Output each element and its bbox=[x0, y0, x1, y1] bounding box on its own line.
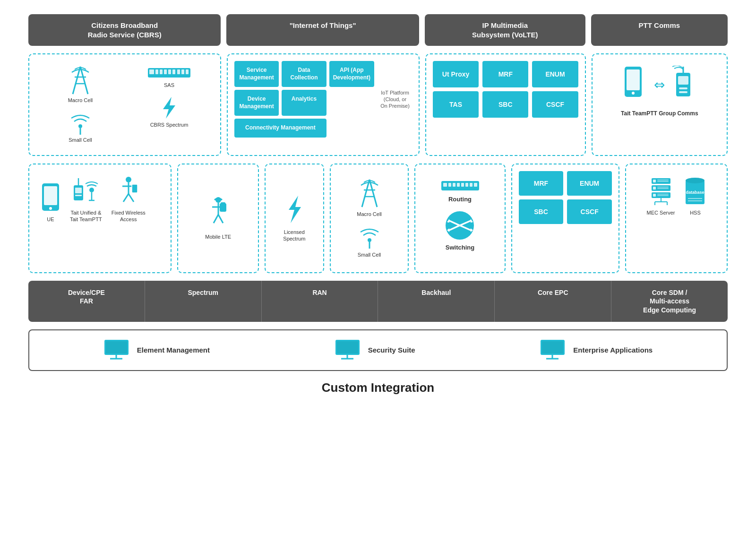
ims-cscf: CSCF bbox=[532, 91, 578, 118]
header-iot: "Internet of Things" bbox=[226, 14, 419, 46]
bar-spectrum: Spectrum bbox=[145, 281, 262, 322]
ptt-icons-row: ⇔ bbox=[622, 66, 696, 104]
header-ptt: PTT Comms bbox=[591, 14, 728, 46]
header-ims: IP MultimediaSubsystem (VoLTE) bbox=[425, 14, 585, 46]
bar-backhaul: Backhaul bbox=[378, 281, 495, 322]
svg-rect-72 bbox=[653, 180, 656, 182]
iot-connectivity: Connectivity Management bbox=[234, 119, 326, 138]
svg-rect-77 bbox=[657, 187, 669, 188]
enterprise-apps-item: Enterprise Applications bbox=[540, 339, 653, 362]
ims-sbc: SBC bbox=[482, 91, 528, 118]
switching-label: Switching bbox=[446, 244, 474, 251]
enterprise-apps-label: Enterprise Applications bbox=[573, 345, 653, 355]
licensed-spectrum-label: Licensed Spectrum bbox=[277, 229, 312, 242]
mec-server-item: MEC Server bbox=[647, 176, 675, 216]
iot-platform-label: IoT Platform(Cloud, orOn Premise) bbox=[374, 61, 412, 138]
ims-tas: TAS bbox=[433, 91, 479, 118]
svg-point-32 bbox=[89, 188, 94, 192]
ran-section: Macro Cell Small Cell bbox=[330, 164, 409, 274]
svg-rect-22 bbox=[679, 87, 687, 89]
security-suite-label: Security Suite bbox=[368, 345, 415, 355]
cbrs-spectrum-icon bbox=[157, 96, 181, 120]
svg-rect-57 bbox=[448, 183, 451, 187]
core-mrf: MRF bbox=[519, 171, 564, 196]
main-row-2: UE Tait Unified &Tait TeamPTT bbox=[28, 164, 728, 274]
fixed-wireless-label: Fixed WirelessAccess bbox=[112, 209, 146, 223]
macro-cell-label: Macro Cell bbox=[68, 97, 93, 104]
mec-server-icon bbox=[650, 176, 672, 207]
sas-item: SAS bbox=[148, 66, 190, 88]
core-grid: MRF ENUM SBC CSCF bbox=[519, 171, 612, 224]
hss-item: database HSS bbox=[684, 176, 706, 216]
ran-small-icon bbox=[359, 225, 380, 249]
svg-rect-58 bbox=[453, 183, 455, 187]
svg-point-87 bbox=[686, 178, 704, 183]
svg-marker-48 bbox=[289, 196, 301, 223]
core-enum: ENUM bbox=[567, 171, 612, 196]
svg-rect-29 bbox=[75, 188, 82, 193]
iot-api-dev: API (AppDevelopment) bbox=[329, 61, 374, 87]
ran-small-label: Small Cell bbox=[358, 251, 381, 258]
ptt-radio-icon bbox=[670, 66, 696, 104]
iot-grid: ServiceManagement DataCollection API (Ap… bbox=[234, 61, 374, 138]
svg-rect-56 bbox=[443, 183, 447, 187]
ue-item: UE bbox=[41, 182, 60, 223]
sas-icon bbox=[148, 66, 190, 80]
bar-core-epc: Core EPC bbox=[495, 281, 611, 322]
iot-empty bbox=[329, 90, 374, 116]
bar-device-cpe: Device/CPEFAR bbox=[28, 281, 145, 322]
header-cbrs: Citizens BroadbandRadio Service (CBRS) bbox=[28, 14, 221, 46]
ue-icon bbox=[41, 182, 60, 213]
svg-rect-13 bbox=[177, 69, 180, 74]
svg-rect-7 bbox=[149, 69, 154, 74]
ptt-arrow-icon: ⇔ bbox=[654, 77, 665, 93]
svg-point-53 bbox=[368, 238, 371, 242]
svg-rect-62 bbox=[470, 183, 472, 187]
sdm-section: MEC Server database HSS bbox=[625, 164, 728, 274]
security-suite-item: Security Suite bbox=[335, 339, 415, 362]
svg-rect-26 bbox=[44, 186, 57, 205]
ims-section: Ut Proxy MRF ENUM TAS SBC CSCF bbox=[425, 53, 586, 156]
mobile-lte-label: Mobile LTE bbox=[205, 233, 231, 240]
svg-rect-21 bbox=[678, 76, 688, 85]
svg-point-27 bbox=[49, 207, 52, 210]
sas-label: SAS bbox=[164, 82, 174, 88]
cbrs-inner: Macro Cell Small Cell bbox=[36, 61, 214, 148]
svg-rect-79 bbox=[657, 194, 669, 195]
switching-item: Switching bbox=[445, 210, 475, 251]
iot-content: ServiceManagement DataCollection API (Ap… bbox=[234, 61, 412, 138]
hss-icon: database bbox=[684, 176, 706, 207]
small-cell-label: Small Cell bbox=[69, 137, 92, 143]
svg-marker-16 bbox=[163, 97, 175, 119]
svg-rect-61 bbox=[465, 183, 468, 187]
cbrs-right-col: SAS CBRS Spectrum bbox=[129, 66, 209, 129]
svg-line-39 bbox=[129, 194, 134, 202]
macro-cell-icon bbox=[68, 66, 93, 95]
svg-rect-23 bbox=[679, 91, 687, 93]
iot-analytics: Analytics bbox=[282, 90, 326, 116]
svg-rect-78 bbox=[657, 188, 669, 189]
small-cell-icon bbox=[69, 111, 91, 135]
svg-rect-96 bbox=[337, 341, 358, 354]
ims-mrf: MRF bbox=[482, 61, 528, 87]
fixed-wireless-icon bbox=[119, 176, 138, 207]
svg-line-38 bbox=[123, 194, 129, 202]
svg-rect-73 bbox=[653, 187, 656, 190]
bar-core-sdm: Core SDM /Multi-accessEdge Computing bbox=[611, 281, 728, 322]
device-inner: UE Tait Unified &Tait TeamPTT bbox=[36, 171, 164, 228]
tait-unified-label: Tait Unified &Tait TeamPTT bbox=[70, 209, 102, 223]
svg-rect-59 bbox=[457, 183, 460, 187]
licensed-spectrum-section: Licensed Spectrum bbox=[265, 164, 324, 274]
backhaul-section: Routing Switching bbox=[414, 164, 505, 274]
svg-rect-80 bbox=[657, 195, 669, 196]
svg-rect-14 bbox=[181, 69, 184, 74]
main-row-1: Macro Cell Small Cell bbox=[28, 53, 728, 156]
ue-label: UE bbox=[47, 216, 54, 223]
svg-rect-47 bbox=[221, 202, 225, 204]
ran-macro-icon bbox=[357, 179, 382, 208]
ptt-phone-icon bbox=[622, 66, 648, 104]
cbrs-spectrum-item: CBRS Spectrum bbox=[150, 96, 189, 128]
svg-point-4 bbox=[78, 124, 82, 128]
mobile-spectrum-col: Mobile LTE bbox=[177, 164, 259, 274]
management-row: Element Management Security Suite Enterp… bbox=[28, 329, 728, 371]
